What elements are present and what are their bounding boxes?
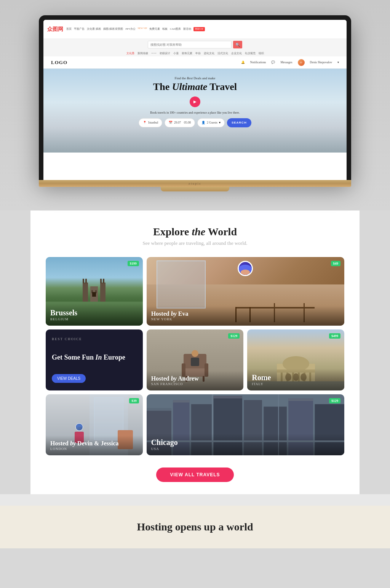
chicago-card[interactable]: $129 Chicago USA [147, 394, 344, 455]
andrew-name: Hosted by Andrew [151, 375, 239, 382]
devin-price: $39 [129, 398, 139, 403]
svg-rect-41 [147, 408, 171, 411]
laptop-brand: ztupic [189, 182, 201, 185]
explore-title: Explore the World [46, 226, 344, 238]
hair [76, 424, 83, 427]
chicago-name: Chicago [151, 438, 340, 447]
laptop-stand [161, 187, 229, 191]
nav-bell-icon: 🔔 [241, 61, 245, 64]
andrew-overlay: Hosted by Andrew SAN FRANCISCO [147, 371, 244, 390]
messages-icon: 💬 [271, 61, 275, 64]
chevron-icon: ▾ [219, 121, 221, 124]
devin-card[interactable]: $39 Hosted by Devin & Jessica LONDON [46, 394, 143, 455]
guests-value: 2 Guests [207, 121, 217, 124]
andrew-person [191, 350, 199, 366]
svg-rect-1 [83, 283, 88, 302]
chinese-search-bar: 🔍 [43, 39, 347, 50]
eva-name: Hosted by Eva [151, 310, 340, 317]
explore-subtitle: See where people are traveling, all arou… [46, 240, 344, 246]
rome-price: $499 [329, 333, 340, 339]
svg-rect-44 [288, 398, 313, 401]
search-button[interactable]: SEARCH [227, 118, 251, 127]
svg-rect-3 [83, 279, 84, 283]
laptop-body: 众图网 首页 平面广告 文化墨 插画 插图/插画 背景图 PPT办公 NEW V… [39, 15, 351, 180]
devin-location: LONDON [50, 447, 138, 451]
explore-grid: $199 Brussels BELGIUM [46, 257, 344, 455]
chevron-down-icon: ▾ [337, 61, 339, 64]
brussels-location: BELGIUM [50, 317, 138, 321]
laptop-wrapper: 众图网 首页 平面广告 文化墨 插画 插图/插画 背景图 PPT办公 NEW V… [39, 15, 351, 191]
location-input[interactable]: 📍 Istanbul [139, 118, 162, 127]
eva-card[interactable]: $49 Hosted by Eva NEW YORK [147, 257, 344, 326]
chinese-search-button[interactable]: 🔍 [233, 41, 242, 48]
notifications-label: Notifications [250, 61, 266, 64]
brussels-name: Brussels [50, 308, 138, 317]
location-icon: 📍 [143, 121, 147, 124]
eva-location: NEW YORK [151, 317, 340, 321]
svg-rect-4 [85, 279, 87, 283]
andrew-price: $129 [228, 333, 240, 339]
andrew-location: SAN FRANCISCO [151, 382, 239, 386]
hosting-title: Hosting opens up a world [15, 521, 375, 533]
promo-card[interactable]: BEST CHOICE Get Some Fun In Europe VIEW … [46, 329, 143, 390]
date-from: 29.07 [174, 121, 181, 124]
eva-avatar [238, 261, 253, 276]
andrew-card[interactable]: $129 Hosted by Andrew SAN FRANCISCO [147, 329, 244, 390]
svg-rect-43 [213, 396, 242, 398]
devin-name: Hosted by Devin & Jessica [50, 440, 138, 447]
rome-location: ITALY [252, 382, 340, 386]
chinese-search-input[interactable] [148, 41, 232, 48]
chicago-location: USA [151, 447, 340, 451]
hero-section: Find the Best Deals and make The Ultimat… [43, 69, 347, 153]
svg-rect-2 [100, 283, 105, 302]
separator [0, 494, 390, 506]
chinese-logo: 众图网 [47, 26, 63, 33]
location-value: Istanbul [148, 121, 158, 124]
laptop-base: ztupic [39, 180, 351, 187]
laptop-screen: 众图网 首页 平面广告 文化墨 插画 插图/插画 背景图 PPT办公 NEW V… [43, 20, 347, 180]
hero-search-bar: 📍 Istanbul 📅 29.07 05.08 👤 2 Guests [139, 118, 251, 127]
eva-overlay: Hosted by Eva NEW YORK [147, 306, 344, 326]
messages-label: Messages [280, 61, 292, 64]
view-all-section: VIEW ALL TRAVELS [46, 455, 344, 494]
promo-title: Get Some Fun In Europe [52, 353, 137, 362]
guests-icon: 👤 [201, 121, 205, 124]
chicago-price: $129 [329, 398, 340, 403]
brussels-card[interactable]: $199 Brussels BELGIUM [46, 257, 143, 326]
travel-nav-right: 🔔 Notifications 💬 Messages D Denis Shepo… [241, 59, 339, 66]
andrew-head [192, 350, 198, 357]
hero-subtitle: Find the Best Deals and make [174, 76, 215, 80]
guests-input[interactable]: 👤 2 Guests ▾ [197, 118, 225, 127]
hosting-section: Hosting opens up a world [0, 506, 390, 548]
travel-logo: LOGO [51, 59, 67, 66]
chinese-tags: 文化墨 新闻传媒 一一 初级设计 小漫 装饰元素 年份 进化文化 活式文化 企业… [43, 50, 347, 56]
date-input[interactable]: 📅 29.07 05.08 [165, 118, 195, 127]
chinese-nav: 首页 平面广告 文化墨 插画 插图/插画 背景图 PPT办公 NEW VIP 免… [66, 27, 205, 31]
svg-rect-9 [92, 292, 96, 297]
svg-rect-42 [173, 400, 189, 402]
rome-card[interactable]: $499 Rome ITALY [247, 329, 344, 390]
andrew-body [191, 358, 199, 366]
devin-head [75, 423, 83, 431]
view-deals-button[interactable]: VIEW DEALS [52, 374, 86, 383]
view-all-button[interactable]: VIEW ALL TRAVELS [156, 468, 233, 482]
laptop-section: 众图网 首页 平面广告 文化墨 插画 插图/插画 背景图 PPT办公 NEW V… [0, 0, 390, 210]
promo-label: BEST CHOICE [52, 337, 137, 341]
chinese-site-bar: 众图网 首页 平面广告 文化墨 插画 插图/插画 背景图 PPT办公 NEW V… [43, 20, 347, 39]
hero-desc: Book travels in 100+ countries and exper… [150, 111, 240, 114]
eva-face [241, 270, 250, 275]
rome-overlay: Rome ITALY [247, 369, 344, 390]
date-to: 05.08 [184, 121, 191, 124]
brussels-overlay: Brussels BELGIUM [46, 304, 143, 326]
rome-name: Rome [252, 373, 340, 382]
brussels-price: $199 [128, 261, 139, 266]
travel-nav: LOGO 🔔 Notifications 💬 Messages D Denis … [43, 56, 347, 69]
svg-rect-5 [100, 279, 102, 283]
devin-overlay: Hosted by Devin & Jessica LONDON [46, 435, 143, 455]
eva-price: $49 [331, 261, 341, 266]
promo-content: BEST CHOICE Get Some Fun In Europe VIEW … [46, 329, 143, 390]
castle-svg [81, 279, 107, 302]
play-button[interactable]: ▶ [190, 96, 200, 107]
svg-rect-6 [103, 279, 104, 283]
calendar-icon: 📅 [169, 121, 173, 124]
